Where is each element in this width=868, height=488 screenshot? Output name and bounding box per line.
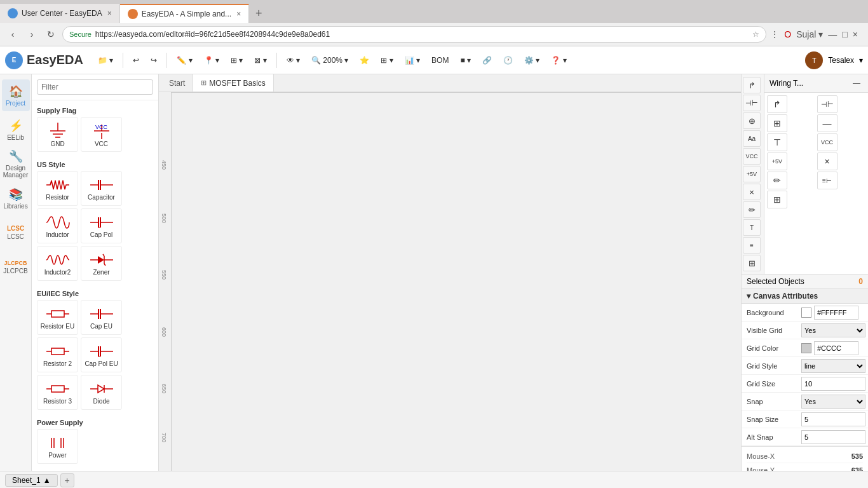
undo-button[interactable]: ↩ <box>128 53 144 68</box>
list-item[interactable]: Diode <box>81 375 122 410</box>
tool-btn-3[interactable]: ⊞ <box>767 114 787 132</box>
zoom-button[interactable]: 🔍 200% ▾ <box>307 53 353 68</box>
list-item[interactable]: Cap Pol <box>81 208 122 243</box>
forward-button[interactable]: › <box>24 27 39 42</box>
list-item[interactable]: Resistor 3 <box>37 375 78 410</box>
bus-tool[interactable]: ⊣⊢ <box>743 95 761 111</box>
flip-button[interactable]: ⊠ ▾ <box>250 53 271 68</box>
sheet-tab[interactable]: Sheet_1 ▲ <box>5 474 58 487</box>
draw-button[interactable]: ✏️ ▾ <box>172 53 196 68</box>
list-item[interactable]: Resistor <box>37 171 78 206</box>
minimize-button[interactable]: — <box>828 29 837 39</box>
align-button[interactable]: ⊞ ▾ <box>226 53 247 68</box>
background-color-swatch[interactable] <box>801 308 811 318</box>
sidebar-item-jlcpcb[interactable]: JLCPCB JLCPCB <box>2 251 30 283</box>
sep1 <box>123 53 123 68</box>
bom-button[interactable]: BOM <box>427 53 453 68</box>
maximize-button[interactable]: □ <box>842 29 847 39</box>
tool-btn-del[interactable]: × <box>817 152 837 170</box>
text-tool[interactable]: T <box>743 219 761 236</box>
extensions-icon[interactable]: ⋮ <box>770 29 779 39</box>
wire-tool[interactable]: ↱ <box>743 77 761 93</box>
list-item[interactable]: Capacitor <box>81 171 122 206</box>
help-button[interactable]: ❓ ▾ <box>546 53 571 68</box>
tab-mosfet-basics[interactable]: ⊞ MOSFET Basics <box>193 74 273 92</box>
opera-icon[interactable]: O <box>784 29 791 39</box>
tool-btn-vcc[interactable]: VCC <box>817 133 837 151</box>
settings-button[interactable]: ⚙️ ▾ <box>520 53 544 68</box>
list-item[interactable]: Power <box>37 429 78 464</box>
visible-grid-select[interactable]: Yes No <box>801 323 865 337</box>
alt-snap-input[interactable] <box>801 430 865 444</box>
grid-color-input[interactable] <box>814 341 858 355</box>
snap-button[interactable]: ⭐ <box>355 53 374 68</box>
sidebar-item-eelib[interactable]: ⚡ EELib <box>2 114 30 146</box>
export-button[interactable]: ■ ▾ <box>456 53 475 68</box>
new-tab-button[interactable]: + <box>249 4 268 23</box>
grid-style-select[interactable]: line dot <box>801 359 865 373</box>
snap-size-input[interactable] <box>801 412 865 426</box>
history-button[interactable]: 🕐 <box>499 53 517 68</box>
refresh-button[interactable]: ↻ <box>43 27 58 42</box>
tool-btn-11[interactable]: ⊞ <box>767 191 787 208</box>
redo-button[interactable]: ↪ <box>146 53 161 68</box>
left-sidebar: 🏠 Project ⚡ EELib 🔧 Design Manager 📚 Lib… <box>0 74 32 471</box>
background-color-input[interactable] <box>814 306 858 320</box>
list-item[interactable]: Inductor <box>37 208 78 243</box>
tool-btn-10[interactable]: ≡⊢ <box>817 172 837 189</box>
list-item[interactable]: Inductor2 <box>37 246 78 281</box>
label-tool[interactable]: Aa <box>743 130 761 147</box>
svg-text:VCC: VCC <box>95 124 108 130</box>
netflag-vcc[interactable]: VCC <box>743 148 761 165</box>
tool-btn-5v[interactable]: +5V <box>767 152 787 170</box>
multiline-tool[interactable]: ≡ <box>743 237 761 254</box>
tool-btn-2[interactable]: ⊣⊢ <box>817 95 837 113</box>
tab-close-1[interactable]: × <box>231 10 241 18</box>
list-item[interactable]: Zener <box>81 246 122 281</box>
delete-tool[interactable]: × <box>743 184 761 200</box>
sidebar-item-design-manager[interactable]: 🔧 Design Manager <box>2 148 30 180</box>
user-avatar[interactable]: T <box>805 51 823 69</box>
grid-button[interactable]: ⊞ ▾ <box>376 53 397 68</box>
snap-select[interactable]: Yes No <box>801 395 865 409</box>
list-item[interactable]: Resistor EU <box>37 300 78 335</box>
add-sheet-button[interactable]: + <box>60 473 74 487</box>
tab-easyeda[interactable]: EasyEDA - A Simple and... × <box>120 4 249 23</box>
bookmark-icon[interactable]: ☆ <box>752 30 759 39</box>
attributes-panel: ▾ Canvas Attributes Background Visib <box>742 289 868 471</box>
pencil-tool[interactable]: ✏ <box>743 201 761 218</box>
netflag-5v[interactable]: +5V <box>743 166 761 182</box>
grid-color-swatch[interactable] <box>801 343 811 353</box>
close-button[interactable]: × <box>853 29 858 39</box>
group-tool[interactable]: ⊞ <box>743 255 761 271</box>
tab-user-center[interactable]: User Center - EasyEDA × <box>0 4 120 23</box>
svg-marker-40 <box>98 385 104 393</box>
list-item[interactable]: Cap EU <box>81 300 122 335</box>
list-item[interactable]: Cap Pol EU <box>81 337 122 372</box>
view-button[interactable]: 👁 ▾ <box>282 53 304 68</box>
list-item[interactable]: GND <box>37 117 78 152</box>
inspect-button[interactable]: 📊 ▾ <box>400 53 424 68</box>
tool-btn-pen[interactable]: ✏ <box>767 172 787 189</box>
grid-size-input[interactable] <box>801 377 865 391</box>
filter-input[interactable] <box>37 79 153 95</box>
junction-tool[interactable]: ⊕ <box>743 112 761 129</box>
url-text: https://easyeda.com/editor#id=96fc21d5ee… <box>95 30 749 39</box>
list-item[interactable]: VCC VCC <box>81 117 122 152</box>
tab-start[interactable]: Start <box>161 74 193 92</box>
open-file-button[interactable]: 📁 ▾ <box>93 53 118 68</box>
list-item[interactable]: Resistor 2 <box>37 337 78 372</box>
tool-btn-1[interactable]: ↱ <box>767 95 787 113</box>
back-button[interactable]: ‹ <box>5 27 20 42</box>
sidebar-item-libraries[interactable]: 📚 Libraries <box>2 182 30 214</box>
sidebar-item-lcsc[interactable]: LCSC LCSC <box>2 217 30 248</box>
share-button[interactable]: 🔗 <box>478 53 496 68</box>
user-menu[interactable]: Sujal ▾ <box>796 29 823 39</box>
wiring-tools-close[interactable]: — <box>850 77 863 90</box>
tool-btn-4[interactable]: — <box>817 114 837 132</box>
place-button[interactable]: 📍 ▾ <box>200 53 224 68</box>
tool-btn-5[interactable]: ⊤ <box>767 133 787 151</box>
url-bar[interactable]: Secure https://easyeda.com/editor#id=96f… <box>62 26 766 43</box>
tab-close-0[interactable]: × <box>102 9 112 18</box>
sidebar-item-project[interactable]: 🏠 Project <box>2 79 30 111</box>
